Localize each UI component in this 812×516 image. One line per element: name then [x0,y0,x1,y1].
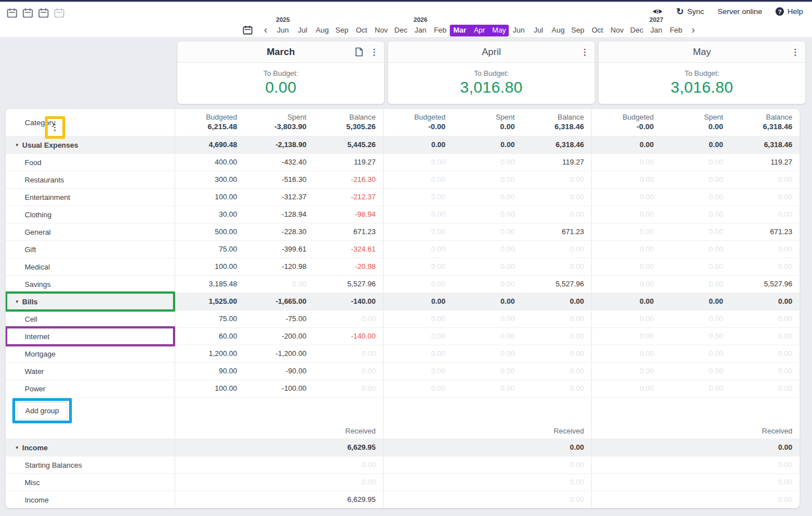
may-spent-cell[interactable]: 0.00 [661,363,730,380]
april-spent-cell[interactable]: 0.00 [453,258,522,275]
march-spent-cell[interactable]: -120.98 [244,258,313,275]
category-name-mortgage[interactable]: Mortgage [6,345,175,362]
may-spent-cell[interactable]: 0.00 [661,223,730,240]
march-spent-cell[interactable]: -2,138.90 [244,136,313,153]
add-group-button[interactable]: Add group [17,402,67,419]
category-name-usual-expenses[interactable]: ▾Usual Expenses [6,136,175,153]
may-spent-cell[interactable]: 0.00 [661,154,730,171]
may-balance-cell[interactable]: 119.27 [731,154,800,171]
may-balance-cell[interactable]: 0.00 [731,241,800,258]
march-balance-cell[interactable]: -140.00 [314,328,383,345]
may-budgeted-cell[interactable]: 0.00 [592,136,661,153]
march-balance-header[interactable]: Balance5,305.26 [314,109,383,136]
april-balance-cell[interactable]: 0.00 [522,241,591,258]
april-balance-cell[interactable]: 0.00 [522,206,591,223]
march-balance-cell[interactable]: 0.00 [314,345,383,362]
march-spent-cell[interactable]: -432.40 [244,154,313,171]
april-balance-cell[interactable]: 0.00 [522,363,591,380]
march-balance-cell[interactable]: 0.00 [314,380,383,397]
month-nav-item-mar-9[interactable]: Mar [450,16,469,36]
category-name-gift[interactable]: Gift [6,241,175,258]
category-name-internet[interactable]: Internet [6,328,175,345]
may-spent-cell[interactable]: 0.00 [661,345,730,362]
march-budgeted-cell[interactable]: 100.00 [175,189,244,206]
month-nav-item-aug-14[interactable]: Aug [548,16,568,36]
april-budgeted-cell[interactable]: 0.00 [384,310,453,327]
may-balance-cell[interactable]: 0.00 [731,345,800,362]
sync-button[interactable]: ↻ Sync [676,7,704,16]
may-spent-cell[interactable]: 0.00 [661,136,730,153]
month-nav-item-jun-12[interactable]: Jun [509,16,528,36]
may-received-cell[interactable]: 0.00 [592,474,800,491]
april-received-cell[interactable]: 0.00 [384,474,591,491]
may-spent-header[interactable]: Spent0.00 [661,109,730,136]
may-spent-cell[interactable]: 0.00 [661,189,730,206]
april-spent-cell[interactable]: 0.00 [453,380,522,397]
month-nav-item-jul-13[interactable]: Jul [528,16,548,36]
april-budgeted-cell[interactable]: 0.00 [384,189,453,206]
march-balance-cell[interactable]: 0.00 [314,310,383,327]
april-received-cell[interactable]: 0.00 [384,491,591,508]
may-budgeted-cell[interactable]: 0.00 [592,363,661,380]
april-balance-cell[interactable]: 0.00 [522,258,591,275]
may-received-cell[interactable]: 0.00 [592,491,800,508]
march-budgeted-cell[interactable]: 400.00 [175,154,244,171]
march-balance-cell[interactable]: -324.61 [314,241,383,258]
category-name-starting-balances[interactable]: Starting Balances [6,456,175,473]
april-spent-cell[interactable]: 0.00 [453,363,522,380]
march-spent-cell[interactable]: -90.00 [244,363,313,380]
may-budgeted-cell[interactable]: 0.00 [592,276,661,293]
category-name-entertainment[interactable]: Entertainment [6,189,175,206]
category-name-medical[interactable]: Medical [6,258,175,275]
category-name-clothing[interactable]: Clothing [6,206,175,223]
category-name-cell[interactable]: Cell [6,310,175,327]
may-spent-cell[interactable]: 0.00 [661,258,730,275]
may-balance-cell[interactable]: 0.00 [731,206,800,223]
help-button[interactable]: ? Help [775,7,803,16]
may-budgeted-cell[interactable]: 0.00 [592,241,661,258]
month-nav-item-feb-8[interactable]: Feb [430,16,450,36]
may-spent-cell[interactable]: 0.00 [661,293,730,310]
april-budgeted-cell[interactable]: 0.00 [384,328,453,345]
march-balance-cell[interactable]: 5,445.26 [314,136,383,153]
march-spent-cell[interactable]: -1,200.00 [244,345,313,362]
may-budgeted-cell[interactable]: 0.00 [592,223,661,240]
march-budgeted-cell[interactable]: 75.00 [175,310,244,327]
month-nav-item-may-11[interactable]: May [489,16,509,36]
month-menu-button[interactable]: ⋮ [791,48,800,56]
may-balance-cell[interactable]: 0.00 [731,310,800,327]
may-budgeted-cell[interactable]: 0.00 [592,380,661,397]
march-budgeted-cell[interactable]: 100.00 [175,258,244,275]
march-budgeted-cell[interactable]: 100.00 [175,380,244,397]
april-spent-cell[interactable]: 0.00 [453,136,522,153]
may-balance-cell[interactable]: 0.00 [731,171,800,188]
may-spent-cell[interactable]: 0.00 [661,171,730,188]
april-balance-cell[interactable]: 0.00 [522,171,591,188]
may-spent-cell[interactable]: 0.00 [661,206,730,223]
march-balance-cell[interactable]: 119.27 [314,154,383,171]
march-budgeted-cell[interactable]: 90.00 [175,363,244,380]
march-balance-cell[interactable]: -212.37 [314,189,383,206]
april-budgeted-cell[interactable]: 0.00 [384,380,453,397]
april-received-cell[interactable]: 0.00 [384,456,591,473]
may-balance-cell[interactable]: 0.00 [731,328,800,345]
may-balance-cell[interactable]: 671.23 [731,223,800,240]
april-balance-cell[interactable]: 671.23 [522,223,591,240]
privacy-eye-button[interactable] [653,8,663,15]
category-name-food[interactable]: Food [6,154,175,171]
april-balance-cell[interactable]: 119.27 [522,154,591,171]
may-balance-cell[interactable]: 0.00 [731,363,800,380]
may-budgeted-cell[interactable]: 0.00 [592,189,661,206]
april-spent-cell[interactable]: 0.00 [453,154,522,171]
april-budgeted-header[interactable]: Budgeted-0.00 [384,109,453,136]
april-budgeted-cell[interactable]: 0.00 [384,206,453,223]
month-nav-item-dec-6[interactable]: Dec [391,16,410,36]
march-spent-cell[interactable]: -1,665.00 [244,293,313,310]
month-nav-item-jul-1[interactable]: Jul [293,16,312,36]
category-name-power[interactable]: Power [6,380,175,397]
march-balance-cell[interactable]: -216.30 [314,171,383,188]
may-balance-cell[interactable]: 6,318.46 [731,136,800,153]
april-balance-cell[interactable]: 0.00 [522,328,591,345]
april-received-cell[interactable]: 0.00 [384,439,591,456]
may-received-cell[interactable]: 0.00 [592,439,800,456]
